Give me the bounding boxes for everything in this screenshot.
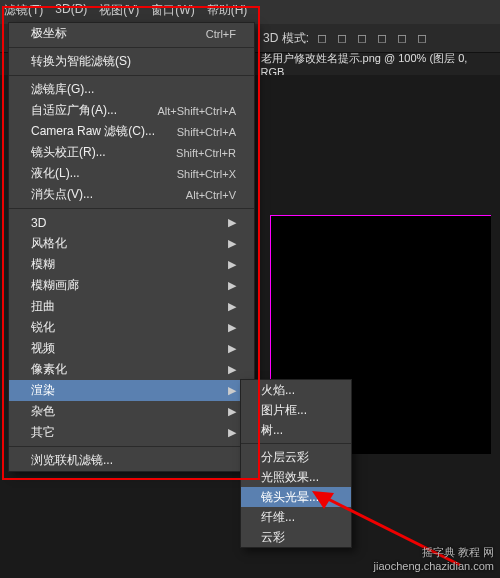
submenu-item-lens-flare[interactable]: 镜头光晕... <box>241 487 351 507</box>
menu-item-视频[interactable]: 视频▶ <box>9 338 254 359</box>
menu-item-label: 视频 <box>31 340 55 357</box>
menu-item-镜头校正(R)...[interactable]: 镜头校正(R)...Shift+Ctrl+R <box>9 142 254 163</box>
submenu-item-云彩[interactable]: 云彩 <box>241 527 351 547</box>
submenu-arrow-icon: ▶ <box>228 426 236 439</box>
page-icon[interactable]: ◻ <box>417 31 427 45</box>
submenu-item-label: 纤维... <box>261 509 295 526</box>
menu-item-极坐标[interactable]: 极坐标Ctrl+F <box>9 23 254 44</box>
mode-label: 3D 模式: <box>263 30 309 47</box>
shortcut: Shift+Ctrl+R <box>176 147 236 159</box>
menu-item-label: 转换为智能滤镜(S) <box>31 53 131 70</box>
menu-item-风格化[interactable]: 风格化▶ <box>9 233 254 254</box>
menu-窗口(W)[interactable]: 窗口(W) <box>151 2 194 22</box>
menu-item-label: 扭曲 <box>31 298 55 315</box>
menu-item-液化(L)...[interactable]: 液化(L)...Shift+Ctrl+X <box>9 163 254 184</box>
render-submenu[interactable]: 火焰...图片框...树...分层云彩光照效果...镜头光晕...纤维...云彩 <box>240 379 352 548</box>
submenu-arrow-icon: ▶ <box>228 363 236 376</box>
cloud-icon[interactable]: ◻ <box>357 31 367 45</box>
menu-item-消失点(V)...[interactable]: 消失点(V)...Alt+Ctrl+V <box>9 184 254 205</box>
submenu-arrow-icon: ▶ <box>228 321 236 334</box>
menu-item-label: 极坐标 <box>31 25 67 42</box>
submenu-item-纤维...[interactable]: 纤维... <box>241 507 351 527</box>
menu-item-锐化[interactable]: 锐化▶ <box>9 317 254 338</box>
menu-3D(D)[interactable]: 3D(D) <box>55 2 87 22</box>
menu-item-Camera Raw 滤镜(C)...[interactable]: Camera Raw 滤镜(C)...Shift+Ctrl+A <box>9 121 254 142</box>
square-icon[interactable]: ◻ <box>317 31 327 45</box>
submenu-item-label: 火焰... <box>261 382 295 399</box>
menu-item-label: 浏览联机滤镜... <box>31 452 113 469</box>
submenu-item-label: 云彩 <box>261 529 285 546</box>
menu-item-label: 自适应广角(A)... <box>31 102 117 119</box>
submenu-arrow-icon: ▶ <box>228 216 236 229</box>
submenu-arrow-icon: ▶ <box>228 405 236 418</box>
menu-item-label: 模糊 <box>31 256 55 273</box>
menu-帮助(H)[interactable]: 帮助(H) <box>207 2 248 22</box>
shortcut: Ctrl+F <box>206 28 236 40</box>
menu-item-label: 像素化 <box>31 361 67 378</box>
submenu-item-分层云彩[interactable]: 分层云彩 <box>241 447 351 467</box>
menu-item-label: 消失点(V)... <box>31 186 93 203</box>
menu-item-杂色[interactable]: 杂色▶ <box>9 401 254 422</box>
menu-item-label: 锐化 <box>31 319 55 336</box>
menu-item-扭曲[interactable]: 扭曲▶ <box>9 296 254 317</box>
menu-item-浏览联机滤镜...[interactable]: 浏览联机滤镜... <box>9 450 254 471</box>
menu-item-转换为智能滤镜(S)[interactable]: 转换为智能滤镜(S) <box>9 51 254 72</box>
filter-menu[interactable]: 极坐标Ctrl+F转换为智能滤镜(S)滤镜库(G)...自适应广角(A)...A… <box>8 22 255 472</box>
menu-bar[interactable]: 滤镜(T)3D(D)视图(V)窗口(W)帮助(H) <box>0 0 500 24</box>
submenu-item-label: 树... <box>261 422 283 439</box>
menu-item-像素化[interactable]: 像素化▶ <box>9 359 254 380</box>
circle-icon[interactable]: ◻ <box>337 31 347 45</box>
shortcut: Shift+Ctrl+X <box>177 168 236 180</box>
grid-icon[interactable]: ◻ <box>397 31 407 45</box>
submenu-arrow-icon: ▶ <box>228 342 236 355</box>
menu-item-label: 滤镜库(G)... <box>31 81 94 98</box>
submenu-item-光照效果...[interactable]: 光照效果... <box>241 467 351 487</box>
menu-item-模糊[interactable]: 模糊▶ <box>9 254 254 275</box>
submenu-arrow-icon: ▶ <box>228 279 236 292</box>
submenu-item-火焰...[interactable]: 火焰... <box>241 380 351 400</box>
menu-item-其它[interactable]: 其它▶ <box>9 422 254 443</box>
menu-item-label: 风格化 <box>31 235 67 252</box>
submenu-item-树...[interactable]: 树... <box>241 420 351 440</box>
menu-视图(V)[interactable]: 视图(V) <box>99 2 139 22</box>
menu-item-label: 渲染 <box>31 382 55 399</box>
menu-item-render[interactable]: 渲染▶ <box>9 380 254 401</box>
menu-item-3D[interactable]: 3D▶ <box>9 212 254 233</box>
arrows-icon[interactable]: ◻ <box>377 31 387 45</box>
menu-item-label: 3D <box>31 216 46 230</box>
menu-item-label: Camera Raw 滤镜(C)... <box>31 123 155 140</box>
shortcut: Shift+Ctrl+A <box>177 126 236 138</box>
submenu-item-label: 分层云彩 <box>261 449 309 466</box>
submenu-item-label: 镜头光晕... <box>261 489 319 506</box>
menu-item-label: 液化(L)... <box>31 165 80 182</box>
submenu-item-图片框...[interactable]: 图片框... <box>241 400 351 420</box>
menu-item-label: 模糊画廊 <box>31 277 79 294</box>
menu-滤镜(T)[interactable]: 滤镜(T) <box>4 2 43 22</box>
menu-item-label: 其它 <box>31 424 55 441</box>
submenu-arrow-icon: ▶ <box>228 237 236 250</box>
shortcut: Alt+Shift+Ctrl+A <box>157 105 236 117</box>
menu-item-模糊画廊[interactable]: 模糊画廊▶ <box>9 275 254 296</box>
submenu-arrow-icon: ▶ <box>228 384 236 397</box>
submenu-arrow-icon: ▶ <box>228 258 236 271</box>
menu-item-自适应广角(A)...[interactable]: 自适应广角(A)...Alt+Shift+Ctrl+A <box>9 100 254 121</box>
menu-item-label: 杂色 <box>31 403 55 420</box>
submenu-item-label: 图片框... <box>261 402 307 419</box>
document-tab[interactable]: 老用户修改姓名提示.png @ 100% (图层 0, RGB <box>253 51 500 78</box>
submenu-item-label: 光照效果... <box>261 469 319 486</box>
menu-item-label: 镜头校正(R)... <box>31 144 106 161</box>
submenu-arrow-icon: ▶ <box>228 300 236 313</box>
shortcut: Alt+Ctrl+V <box>186 189 236 201</box>
menu-item-滤镜库(G)...[interactable]: 滤镜库(G)... <box>9 79 254 100</box>
